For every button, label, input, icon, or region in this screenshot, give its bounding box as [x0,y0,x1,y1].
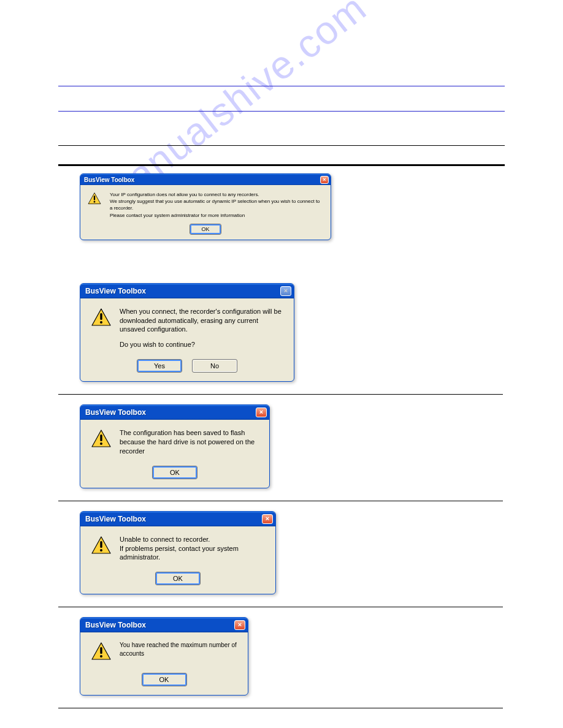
titlebar: BusView Toolbox × [80,405,269,420]
close-icon[interactable]: × [320,176,329,184]
dialog-message: You have reached the maximum number of a… [120,641,237,658]
dialog-body: Unable to connect to recorder. If proble… [80,526,275,569]
close-icon[interactable]: × [262,514,273,524]
message-line: because the hard drive is not powered on… [120,438,258,456]
dialog-title: BusView Toolbox [84,176,134,183]
dialog-title: BusView Toolbox [85,621,146,629]
dialog-connect-confirm: BusView Toolbox × When you connect, the … [80,283,294,382]
divider [58,394,503,395]
message-line: You have reached the maximum number of a… [120,641,237,658]
dialog-config-saved-flash: BusView Toolbox × The configuration has … [80,404,270,488]
warning-icon [91,536,111,557]
dialog-title: BusView Toolbox [85,515,146,523]
warning-icon [88,192,101,207]
message-line: The configuration has been saved to flas… [120,428,258,438]
titlebar: BusView Toolbox × [80,618,248,632]
divider [58,145,505,146]
ok-button[interactable]: OK [142,673,187,686]
divider [58,86,505,86]
dialog-body: When you connect, the recorder's configu… [80,298,294,355]
message-line: We strongly suggest that you use automat… [110,198,323,211]
message-line: Unable to connect to recorder. [120,535,264,544]
dialog-ip-config: BusView Toolbox × Your IP configuration … [80,173,331,240]
message-line: Your IP configuration does not allow you… [110,191,323,198]
dialog-body: Your IP configuration does not allow you… [80,185,331,222]
dialog-message: When you connect, the recorder's configu… [120,307,283,349]
divider [58,164,505,166]
dialog-body: You have reached the maximum number of a… [80,632,248,669]
divider [58,607,503,607]
divider [58,708,503,708]
titlebar: BusView Toolbox × [80,284,294,298]
ok-button[interactable]: OK [190,224,221,235]
dialog-message: The configuration has been saved to flas… [120,428,258,456]
dialog-title: BusView Toolbox [85,408,146,417]
titlebar: BusView Toolbox × [80,512,275,526]
warning-icon [91,642,111,663]
dialog-message: Your IP configuration does not allow you… [110,191,323,219]
close-icon: × [280,286,291,296]
close-icon[interactable]: × [234,620,245,630]
divider [58,501,503,501]
dialog-title: BusView Toolbox [85,287,146,295]
warning-icon [91,308,111,329]
divider [58,111,505,112]
dialog-body: The configuration has been saved to flas… [80,420,269,462]
message-line: When you connect, the recorder's configu… [120,307,283,335]
dialog-unable-connect: BusView Toolbox × Unable to connect to r… [80,511,276,595]
warning-icon [91,430,111,450]
message-line: If problems persist, contact your system… [120,544,264,563]
no-button[interactable]: No [192,359,237,373]
dialog-message: Unable to connect to recorder. If proble… [120,535,264,563]
titlebar: BusView Toolbox × [80,174,331,185]
message-line: Please contact your system administrator… [110,212,323,219]
dialog-max-accounts: BusView Toolbox × You have reached the m… [80,617,248,696]
close-icon[interactable]: × [256,408,267,417]
message-question: Do you wish to continue? [120,340,283,349]
ok-button[interactable]: OK [155,572,201,585]
ok-button[interactable]: OK [152,466,197,479]
yes-button[interactable]: Yes [137,359,182,373]
